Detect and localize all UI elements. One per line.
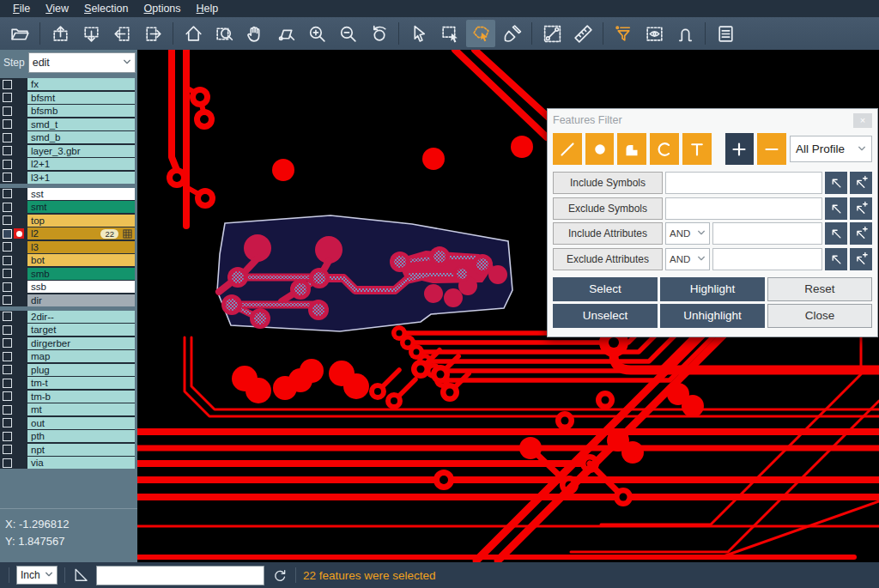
layer-row-bfsmt[interactable]: bfsmt (0, 92, 135, 104)
layer-checkbox-tm-b[interactable] (3, 391, 12, 401)
layer-name-2dir--[interactable]: 2dir-- (27, 311, 135, 323)
select-polygon-button[interactable] (466, 20, 495, 47)
include-symbols-pick-add-button[interactable] (850, 172, 872, 194)
layer-row-l3+1[interactable]: l3+1 (0, 172, 135, 184)
layer-row-l2+1[interactable]: l2+1 (0, 158, 135, 170)
layer-checkbox-layer_3.gbr[interactable] (3, 146, 12, 155)
include-symbols-pick-button[interactable] (825, 172, 847, 194)
exclude-symbols-pick-add-button[interactable] (850, 197, 872, 220)
layer-name-via[interactable]: via (27, 457, 135, 469)
layer-checkbox-dir[interactable] (3, 295, 12, 305)
profile-select[interactable]: All Profile (790, 136, 872, 162)
select-button[interactable]: Select (553, 277, 658, 301)
menu-selection[interactable]: Selection (76, 2, 136, 15)
command-input[interactable] (96, 566, 264, 585)
exclude-symbols-button[interactable]: Exclude Symbols (553, 197, 663, 220)
layer-row-pth[interactable]: pth (0, 430, 135, 442)
include-attributes-button[interactable]: Include Attributes (553, 222, 663, 245)
layer-checkbox-bfsmt[interactable] (3, 93, 12, 102)
layer-checkbox-tm-t[interactable] (3, 379, 12, 388)
measure-mode-icon[interactable] (72, 567, 89, 584)
layer-checkbox-dirgerber[interactable] (3, 338, 12, 348)
exclude-symbols-input[interactable] (665, 197, 822, 220)
highlight-button[interactable]: Highlight (660, 277, 765, 301)
layer-name-target[interactable]: target (27, 324, 135, 336)
layer-checkbox-smb[interactable] (3, 269, 12, 278)
menu-view[interactable]: View (38, 2, 76, 15)
zoom-previous-button[interactable] (364, 20, 393, 47)
layer-row-2dir--[interactable]: 2dir-- (0, 311, 135, 323)
include-attributes-pick-button[interactable] (825, 222, 847, 245)
layer-name-tm-t[interactable]: tm-t (27, 377, 135, 389)
layer-checkbox-2dir--[interactable] (3, 312, 12, 321)
layer-name-smt[interactable]: smt (27, 201, 135, 213)
layer-name-l2+1[interactable]: l2+1 (27, 158, 135, 170)
menu-options[interactable]: Options (136, 2, 188, 15)
layer-checkbox-ssb[interactable] (3, 282, 12, 292)
line-feature-button[interactable] (553, 133, 582, 165)
exclude-attributes-pick-button[interactable] (825, 248, 847, 270)
unhighlight-button[interactable]: Unhighlight (660, 304, 765, 328)
layer-name-sst[interactable]: sst (27, 188, 135, 200)
zoom-window-button[interactable] (209, 20, 239, 47)
layer-name-mt[interactable]: mt (27, 403, 135, 415)
layer-row-bfsmb[interactable]: bfsmb (0, 105, 135, 117)
pan-right-button[interactable] (138, 20, 167, 47)
layer-name-l3+1[interactable]: l3+1 (27, 172, 135, 184)
dialog-title-bar[interactable]: Features Filter × (553, 109, 872, 131)
layer-name-ssb[interactable]: ssb (27, 281, 135, 293)
layer-name-smd_t[interactable]: smd_t (27, 118, 135, 130)
layer-name-l3[interactable]: l3 (27, 241, 135, 253)
arc-feature-button[interactable] (650, 133, 679, 165)
zoom-in-button[interactable] (302, 20, 331, 47)
include-attributes-pick-add-button[interactable] (850, 222, 872, 245)
layer-checkbox-bfsmb[interactable] (3, 106, 12, 116)
dialog-close-button[interactable]: × (853, 113, 872, 128)
select-pointer-button[interactable] (404, 20, 433, 47)
layer-name-l2[interactable]: l222 (27, 227, 135, 239)
add-mode-button[interactable] (725, 133, 755, 165)
layer-checkbox-smd_b[interactable] (3, 133, 12, 142)
include-attributes-input[interactable] (712, 222, 822, 245)
home-view-button[interactable] (179, 20, 208, 47)
layer-checkbox-map[interactable] (3, 352, 12, 361)
layer-name-layer_3.gbr[interactable]: layer_3.gbr (27, 145, 135, 157)
view-options-button[interactable] (640, 20, 669, 47)
layer-checkbox-plug[interactable] (3, 365, 12, 374)
layer-checkbox-top[interactable] (3, 215, 12, 225)
surface-feature-button[interactable] (617, 133, 646, 165)
layer-row-via[interactable]: via (0, 457, 135, 469)
layer-checkbox-target[interactable] (3, 325, 12, 335)
measure-points-button[interactable] (537, 20, 567, 47)
layer-name-out[interactable]: out (27, 417, 135, 429)
exclude-attributes-button[interactable]: Exclude Attributes (553, 248, 663, 270)
layer-row-smd_t[interactable]: smd_t (0, 118, 135, 130)
exclude-symbols-pick-button[interactable] (825, 197, 847, 220)
layer-row-smt[interactable]: smt (0, 201, 135, 213)
layer-checkbox-npt[interactable] (3, 445, 12, 454)
layer-row-npt[interactable]: npt (0, 444, 135, 456)
layer-row-mt[interactable]: mt (0, 403, 135, 415)
select-rectangle-button[interactable] (435, 20, 464, 47)
report-button[interactable] (711, 20, 740, 47)
open-button[interactable] (5, 20, 34, 47)
layer-checkbox-mt[interactable] (3, 405, 12, 415)
layer-checkbox-out[interactable] (3, 418, 12, 427)
layer-name-dir[interactable]: dir (27, 294, 135, 306)
pan-up-button[interactable] (45, 20, 75, 47)
features-filter-button[interactable] (609, 20, 638, 47)
include-attributes-logic-select[interactable]: AND (665, 222, 710, 245)
layer-checkbox-l3+1[interactable] (3, 173, 12, 182)
zoom-polygon-button[interactable] (271, 20, 300, 47)
layer-checkbox-l2[interactable] (3, 229, 12, 239)
layer-row-tm-t[interactable]: tm-t (0, 377, 135, 389)
layer-row-fx[interactable]: fx (0, 78, 135, 90)
remove-mode-button[interactable] (757, 133, 786, 165)
layer-row-tm-b[interactable]: tm-b (0, 391, 135, 403)
layer-checkbox-smt[interactable] (3, 203, 12, 212)
layer-name-pth[interactable]: pth (27, 430, 135, 442)
layer-row-smd_b[interactable]: smd_b (0, 131, 135, 143)
pan-left-button[interactable] (107, 20, 136, 47)
layer-name-tm-b[interactable]: tm-b (27, 391, 135, 403)
pan-down-button[interactable] (76, 20, 106, 47)
